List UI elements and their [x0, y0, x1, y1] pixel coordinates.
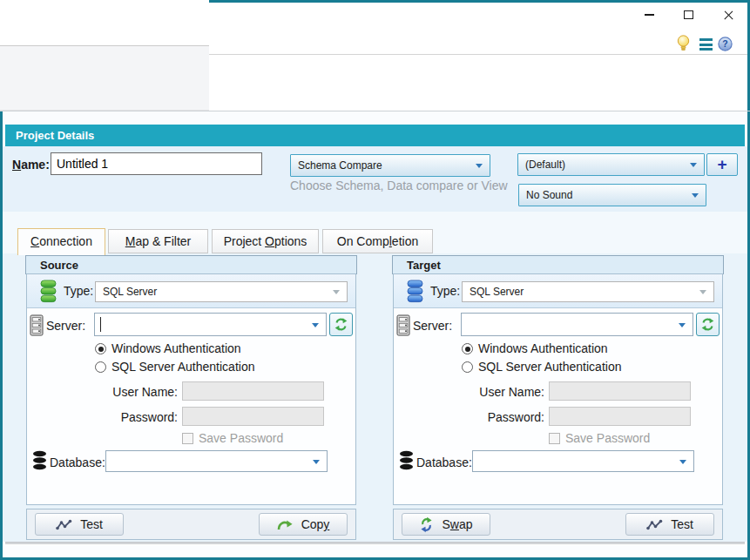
label-part: C — [30, 234, 39, 248]
source-refresh-servers-button[interactable] — [329, 313, 353, 336]
profile-dropdown[interactable]: (Default) — [517, 153, 705, 176]
compare-type-dropdown[interactable]: Schema Compare — [290, 154, 490, 177]
main-menu-button[interactable] — [698, 37, 713, 51]
dropdown-arrow-icon — [333, 290, 340, 298]
panel-top-strip — [3, 111, 747, 125]
target-test-button[interactable]: Test — [625, 513, 714, 536]
source-panel-body: Type: SQL Server Server: — [26, 273, 356, 505]
label-part: ame: — [21, 158, 50, 172]
minimize-button[interactable] — [639, 6, 659, 24]
test-icon — [646, 519, 663, 530]
label-part: On Comp — [337, 234, 389, 248]
refresh-icon — [334, 317, 348, 332]
tab-project-options[interactable]: Project Options — [212, 229, 319, 253]
window-border-top — [209, 0, 750, 3]
source-test-button[interactable]: Test — [35, 513, 124, 536]
label-part: O — [265, 234, 274, 248]
toolbar-divider — [209, 54, 747, 55]
label-part: M — [125, 234, 136, 248]
refresh-icon — [700, 317, 715, 332]
project-details-header: Project Details — [5, 125, 745, 146]
target-refresh-servers-button[interactable] — [696, 313, 720, 336]
dropdown-arrow-icon — [312, 323, 319, 331]
label-part: ptions — [274, 234, 307, 248]
sound-dropdown[interactable]: No Sound — [518, 184, 706, 206]
source-database-dropdown[interactable] — [105, 450, 328, 472]
label-part: Project — [224, 234, 265, 248]
maximize-icon — [684, 10, 693, 19]
database-label: Database: — [50, 455, 105, 469]
type-label: Type: — [430, 284, 460, 298]
password-label: Password: — [62, 410, 178, 424]
project-name-input[interactable] — [51, 152, 262, 175]
help-button[interactable]: ? — [717, 36, 733, 52]
label-part: ap — [459, 517, 473, 531]
source-server-combobox[interactable] — [94, 313, 327, 336]
button-label: Test — [80, 517, 103, 531]
target-type-value: SQL Server — [470, 286, 699, 298]
close-button[interactable] — [718, 6, 739, 24]
source-panel: Source Type: SQL Server — [25, 255, 357, 540]
target-sql-auth-radio[interactable] — [462, 361, 473, 373]
tips-button[interactable] — [674, 34, 692, 53]
source-copy-button[interactable]: Copy — [259, 513, 348, 536]
dropdown-arrow-icon — [679, 460, 686, 468]
server-icon — [30, 314, 44, 340]
target-panel-body: Type: SQL Server Server: — [393, 273, 723, 505]
application-window: ? Project Details Name: Schema Compare C… — [0, 0, 750, 560]
lightbulb-icon — [677, 35, 690, 52]
source-password-input — [182, 407, 324, 426]
source-title: Source — [40, 259, 78, 272]
sound-value: No Sound — [526, 189, 692, 201]
target-username-input — [549, 381, 691, 401]
dropdown-arrow-icon — [690, 163, 697, 171]
profile-value: (Default) — [525, 159, 690, 171]
project-details-title: Project Details — [16, 129, 94, 142]
label-part: N — [12, 158, 21, 172]
svg-text:?: ? — [722, 38, 727, 49]
swap-button[interactable]: Swap — [402, 513, 490, 536]
label-part: etion — [392, 234, 418, 248]
swap-icon — [419, 516, 434, 533]
server-label: Server: — [46, 319, 85, 333]
tab-label: Connection — [30, 234, 92, 248]
project-name-label: Name: — [12, 158, 50, 172]
target-windows-auth-radio[interactable] — [462, 343, 473, 354]
tab-connection[interactable]: Connection — [17, 228, 105, 255]
dropdown-arrow-icon — [692, 193, 699, 201]
server-label: Server: — [413, 319, 452, 333]
minimize-icon — [645, 14, 654, 16]
button-label: Swap — [442, 517, 472, 531]
tab-on-completion[interactable]: On Completion — [322, 229, 433, 253]
add-profile-button[interactable]: + — [706, 153, 738, 176]
database-type-icon — [40, 280, 57, 307]
source-type-value: SQL Server — [103, 286, 333, 298]
bottom-divider — [5, 542, 745, 544]
tab-map-filter[interactable]: Map & Filter — [108, 229, 208, 253]
tab-label: On Completion — [337, 234, 418, 248]
compare-type-value: Schema Compare — [298, 159, 476, 172]
target-server-combobox[interactable] — [461, 313, 693, 336]
dropdown-arrow-icon — [476, 164, 483, 172]
target-password-input — [549, 407, 691, 426]
source-type-dropdown: SQL Server — [95, 281, 348, 302]
label-part: y — [323, 517, 329, 531]
menu-icon — [699, 38, 713, 51]
password-label: Password: — [429, 410, 544, 424]
maximize-button[interactable] — [678, 6, 699, 24]
source-save-password-label: Save Password — [199, 431, 283, 445]
dropdown-arrow-icon — [699, 290, 706, 298]
source-sql-auth-radio[interactable] — [95, 361, 106, 373]
tab-label: Map & Filter — [125, 234, 191, 248]
dropdown-arrow-icon — [679, 323, 686, 331]
source-panel-header: Source — [25, 255, 357, 274]
target-database-dropdown[interactable] — [472, 450, 694, 472]
source-windows-auth-radio[interactable] — [95, 343, 106, 354]
target-title: Target — [407, 259, 441, 272]
target-save-password-checkbox — [549, 433, 560, 444]
target-panel: Target Type: SQL Server — [392, 255, 724, 540]
target-type-dropdown: SQL Server — [462, 281, 714, 302]
target-windows-auth-label: Windows Authentication — [478, 341, 608, 355]
source-save-password-checkbox — [182, 433, 193, 444]
help-icon: ? — [718, 37, 733, 51]
